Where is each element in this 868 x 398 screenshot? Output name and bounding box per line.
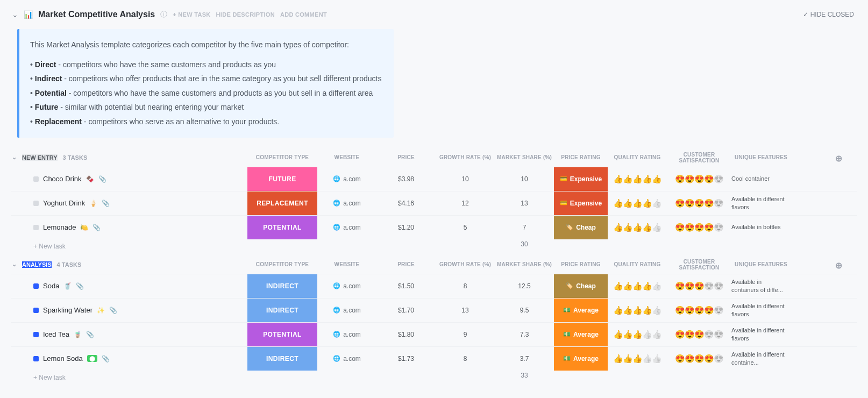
task-row[interactable]: Yoghurt Drink🍦📎REPLACEMENT🌐a.com$4.16121…: [11, 191, 857, 215]
cell-price[interactable]: $3.98: [376, 175, 436, 183]
cell-growth[interactable]: 10: [436, 175, 495, 183]
quality-rating[interactable]: 👍👍👍👍👍: [608, 174, 667, 184]
quality-rating[interactable]: 👍👍👍👍👍: [608, 223, 667, 232]
column-header[interactable]: PRICE: [376, 261, 436, 267]
column-header[interactable]: CUSTOMER SATISFACTION: [667, 259, 731, 271]
quality-rating[interactable]: 👍👍👍👍👍: [608, 281, 667, 291]
cell-share[interactable]: 3.7: [495, 355, 554, 363]
task-name[interactable]: Lemonade: [43, 223, 76, 231]
competitor-type-tag[interactable]: POTENTIAL: [247, 323, 317, 346]
customer-satisfaction-rating[interactable]: 😍😍😍😍😍: [667, 223, 731, 232]
website-link[interactable]: 🌐a.com: [317, 355, 376, 363]
attachment-icon[interactable]: 📎: [98, 175, 106, 183]
cell-share[interactable]: 12.5: [495, 282, 554, 290]
add-column-button[interactable]: ⊕: [835, 260, 842, 271]
customer-satisfaction-rating[interactable]: 😍😍😍😍😍: [667, 281, 731, 291]
price-rating-tag[interactable]: 🏷️Cheap: [554, 274, 608, 298]
column-header[interactable]: COMPETITOR TYPE: [247, 261, 317, 267]
cell-growth[interactable]: 8: [436, 355, 495, 363]
quality-rating[interactable]: 👍👍👍👍👍: [608, 305, 667, 315]
status-square-icon[interactable]: [33, 176, 39, 182]
column-header[interactable]: MARKET SHARE (%): [495, 154, 554, 160]
status-square-icon[interactable]: [33, 356, 39, 361]
unique-features-cell[interactable]: Available in different flavors: [731, 302, 791, 318]
unique-features-cell[interactable]: Available in bottles: [731, 223, 791, 231]
cell-growth[interactable]: 5: [436, 224, 495, 231]
unique-features-cell[interactable]: Available in different flavors: [731, 195, 791, 211]
customer-satisfaction-rating[interactable]: 😍😍😍😍😍: [667, 174, 731, 184]
cell-share[interactable]: 10: [495, 175, 554, 183]
competitor-type-tag[interactable]: INDIRECT: [247, 298, 317, 322]
status-square-icon[interactable]: [33, 332, 39, 337]
column-header[interactable]: MARKET SHARE (%): [495, 261, 554, 267]
website-link[interactable]: 🌐a.com: [317, 175, 376, 183]
attachment-icon[interactable]: 📎: [102, 200, 110, 207]
competitor-type-tag[interactable]: REPLACEMENT: [247, 191, 317, 215]
task-name[interactable]: Yoghurt Drink: [43, 199, 85, 207]
column-header[interactable]: WEBSITE: [317, 261, 376, 267]
column-header[interactable]: PRICE RATING: [554, 154, 608, 160]
hide-description-button[interactable]: HIDE DESCRIPTION: [216, 11, 275, 18]
column-header[interactable]: PRICE RATING: [554, 261, 608, 267]
group-name-badge[interactable]: ANALYSIS: [22, 261, 52, 268]
task-name[interactable]: Choco Drink: [43, 175, 82, 183]
cell-price[interactable]: $1.80: [376, 331, 436, 338]
cell-share[interactable]: 13: [495, 200, 554, 207]
website-link[interactable]: 🌐a.com: [317, 331, 376, 338]
attachment-icon[interactable]: 📎: [86, 331, 94, 338]
task-row[interactable]: Soda🥤📎INDIRECT🌐a.com$1.50812.5🏷️Cheap👍👍👍…: [11, 274, 857, 298]
attachment-icon[interactable]: 📎: [102, 355, 110, 363]
customer-satisfaction-rating[interactable]: 😍😍😍😍😍: [667, 198, 731, 208]
task-name[interactable]: Soda: [43, 282, 59, 290]
price-rating-tag[interactable]: 💳Expensive: [554, 167, 608, 191]
cell-growth[interactable]: 8: [436, 282, 495, 290]
hide-closed-toggle[interactable]: ✓ HIDE CLOSED: [803, 11, 854, 18]
column-header[interactable]: QUALITY RATING: [608, 261, 667, 267]
quality-rating[interactable]: 👍👍👍👍👍: [608, 198, 667, 208]
task-row[interactable]: Sparkling Water✨📎INDIRECT🌐a.com$1.70139.…: [11, 298, 857, 322]
cell-share[interactable]: 7.3: [495, 331, 554, 338]
customer-satisfaction-rating[interactable]: 😍😍😍😍😍: [667, 305, 731, 315]
status-square-icon[interactable]: [33, 201, 39, 206]
status-square-icon[interactable]: [33, 225, 39, 230]
price-rating-tag[interactable]: 💵Average: [554, 323, 608, 346]
price-rating-tag[interactable]: 💵Average: [554, 298, 608, 322]
attachment-icon[interactable]: 📎: [93, 224, 101, 231]
unique-features-cell[interactable]: Available in different flavors: [731, 326, 791, 343]
task-row[interactable]: Choco Drink🍫📎FUTURE🌐a.com$3.981010💳Expen…: [11, 167, 857, 191]
customer-satisfaction-rating[interactable]: 😍😍😍😍😍: [667, 330, 731, 339]
column-header[interactable]: CUSTOMER SATISFACTION: [667, 152, 731, 164]
cell-share[interactable]: 7: [495, 224, 554, 231]
cell-price[interactable]: $1.70: [376, 307, 436, 314]
column-header[interactable]: GROWTH RATE (%): [436, 261, 495, 267]
cell-price[interactable]: $1.73: [376, 355, 436, 363]
attachment-icon[interactable]: 📎: [76, 282, 84, 290]
unique-features-cell[interactable]: Available in different containe...: [731, 351, 791, 367]
unique-features-cell[interactable]: Cool container: [731, 175, 791, 183]
new-task-button[interactable]: + NEW TASK: [173, 11, 210, 18]
cell-growth[interactable]: 9: [436, 331, 495, 338]
column-header[interactable]: QUALITY RATING: [608, 154, 667, 160]
column-header[interactable]: WEBSITE: [317, 154, 376, 160]
group-collapse-icon[interactable]: ⌄: [12, 261, 17, 268]
website-link[interactable]: 🌐a.com: [317, 200, 376, 207]
price-rating-tag[interactable]: 💵Average: [554, 347, 608, 371]
quality-rating[interactable]: 👍👍👍👍👍: [608, 330, 667, 339]
add-comment-button[interactable]: ADD COMMENT: [280, 11, 327, 18]
task-row[interactable]: Lemon Soda⬤📎INDIRECT🌐a.com$1.7383.7💵Aver…: [11, 346, 857, 371]
column-header[interactable]: PRICE: [376, 154, 436, 160]
cell-growth[interactable]: 12: [436, 200, 495, 207]
group-collapse-icon[interactable]: ⌄: [12, 154, 17, 161]
customer-satisfaction-rating[interactable]: 😍😍😍😍😍: [667, 354, 731, 364]
info-icon[interactable]: ⓘ: [160, 10, 167, 19]
cell-price[interactable]: $4.16: [376, 200, 436, 207]
task-name[interactable]: Sparkling Water: [43, 306, 93, 314]
column-header[interactable]: COMPETITOR TYPE: [247, 154, 317, 160]
status-square-icon[interactable]: [33, 283, 39, 289]
column-header[interactable]: UNIQUE FEATURES: [731, 154, 791, 160]
competitor-type-tag[interactable]: INDIRECT: [247, 347, 317, 371]
competitor-type-tag[interactable]: FUTURE: [247, 167, 317, 191]
cell-price[interactable]: $1.20: [376, 224, 436, 231]
unique-features-cell[interactable]: Available in containers of diffe...: [731, 278, 791, 294]
column-header[interactable]: UNIQUE FEATURES: [731, 261, 791, 267]
